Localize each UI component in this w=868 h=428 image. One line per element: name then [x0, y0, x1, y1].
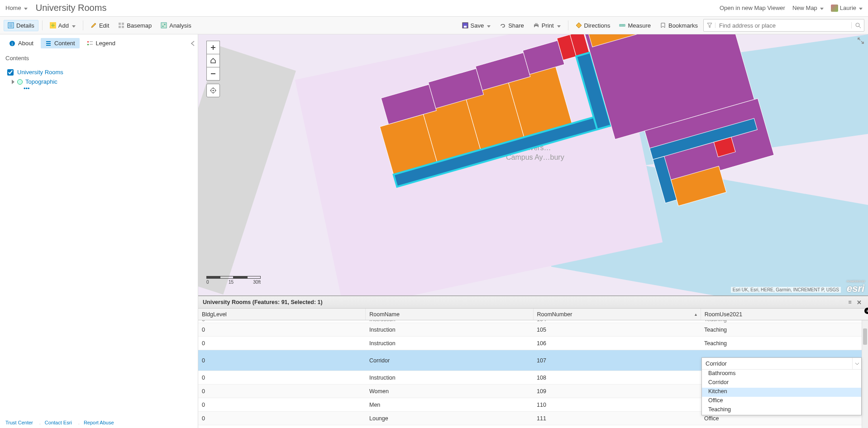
col-roomname[interactable]: RoomName	[366, 309, 533, 320]
tab-content[interactable]: Content	[41, 38, 80, 48]
esri-logo: POWERED BYesri	[847, 280, 865, 295]
table-scrollbar[interactable]	[862, 320, 868, 428]
svg-rect-10	[122, 26, 124, 28]
dropdown-option[interactable]: Bathrooms	[702, 370, 861, 379]
avatar	[831, 5, 838, 12]
tab-about[interactable]: i About	[5, 38, 38, 48]
directions-button[interactable]: Directions	[572, 20, 614, 31]
zoom-in-button[interactable]	[206, 41, 220, 54]
dropdown-option[interactable]: Teaching	[702, 406, 861, 415]
collapse-panel-button[interactable]	[191, 41, 195, 46]
svg-rect-17	[535, 23, 538, 24]
table-cell: 0	[198, 320, 366, 323]
svg-rect-18	[535, 26, 538, 28]
chevron-down-icon	[858, 5, 863, 11]
bookmarks-button[interactable]: Bookmarks	[656, 20, 701, 31]
table-cell: 0	[198, 388, 366, 395]
search-filter-button[interactable]	[704, 23, 715, 28]
layer-checkbox[interactable]	[7, 69, 14, 76]
print-button[interactable]: Print	[529, 20, 564, 31]
basemap-button[interactable]: Basemap	[114, 20, 155, 31]
layer-topographic[interactable]: Topographic	[5, 78, 192, 85]
svg-rect-11	[161, 23, 167, 28]
expand-map-button[interactable]	[857, 37, 865, 45]
details-button[interactable]: Details	[4, 20, 38, 31]
legend-icon	[87, 40, 93, 47]
svg-line-24	[859, 26, 861, 28]
table-close-button[interactable]: ✕	[854, 299, 863, 306]
roomuse-dropdown[interactable]: CorridorBathroomsCorridorKitchenOfficeTe…	[701, 357, 862, 415]
table-cell: 0	[198, 340, 366, 347]
search-input[interactable]	[715, 19, 851, 31]
table-cell: Lounge	[366, 415, 533, 422]
map-view[interactable]: …ckingham… Univers… Campus Ay…bury	[198, 34, 868, 296]
table-cell: 109	[533, 388, 701, 395]
contact-esri-link[interactable]: Contact Esri	[45, 420, 72, 425]
table-cell: Women	[366, 388, 533, 395]
svg-point-12	[162, 26, 164, 27]
analysis-button[interactable]: Analysis	[157, 20, 195, 31]
info-icon: i	[9, 40, 15, 47]
table-cell: Instruction	[366, 327, 533, 333]
edit-button[interactable]: Edit	[87, 20, 113, 31]
table-cell: Instruction	[366, 320, 533, 323]
add-field-button[interactable]: +	[864, 308, 868, 314]
open-new-viewer-link[interactable]: Open in new Map Viewer	[720, 5, 785, 11]
layer-more-button[interactable]: •••	[5, 85, 192, 92]
dropdown-selected[interactable]: Corridor	[702, 358, 861, 370]
attribute-table: University Rooms (Features: 91, Selected…	[198, 296, 868, 428]
table-row[interactable]: 0Instruction105Teaching	[198, 323, 868, 337]
caret-right-icon	[12, 80, 14, 84]
user-menu[interactable]: Laurie	[831, 5, 863, 12]
map-title: University Rooms	[36, 3, 107, 13]
zoom-out-button[interactable]	[206, 67, 220, 81]
dropdown-option[interactable]: Corridor	[702, 379, 861, 388]
home-link[interactable]: Home	[5, 5, 28, 11]
dropdown-option[interactable]: Office	[702, 397, 861, 406]
search-box	[703, 19, 864, 32]
table-cell: Teaching	[701, 320, 868, 323]
table-row[interactable]: 0Instruction106Teaching	[198, 337, 868, 350]
table-cell: Men	[366, 402, 533, 408]
save-button[interactable]: Save	[458, 20, 495, 31]
measure-button[interactable]: Measure	[615, 20, 654, 31]
add-button[interactable]: Add	[46, 20, 79, 31]
bookmark-icon	[660, 22, 666, 29]
col-roomnumber[interactable]: RoomNumber▴	[534, 309, 701, 320]
locate-button[interactable]	[206, 84, 220, 97]
table-cell: 108	[533, 375, 701, 381]
svg-rect-31	[87, 44, 89, 45]
new-map-link[interactable]: New Map	[792, 5, 824, 11]
table-cell: Instruction	[366, 340, 533, 347]
layer-university-rooms[interactable]: University Rooms	[5, 66, 192, 78]
table-options-button[interactable]: ≡	[845, 299, 854, 305]
report-abuse-link[interactable]: Report Abuse	[84, 420, 114, 425]
table-cell: Office	[701, 415, 868, 422]
trust-center-link[interactable]: Trust Center	[5, 420, 33, 425]
svg-point-13	[164, 24, 166, 25]
table-cell: Teaching	[701, 327, 868, 333]
dropdown-option[interactable]: Kitchen	[702, 388, 861, 397]
link-icon	[500, 22, 506, 29]
save-icon	[462, 22, 468, 29]
pencil-icon	[91, 22, 97, 29]
contents-heading: Contents	[0, 52, 198, 64]
table-cell: 110	[533, 402, 701, 408]
table-title: University Rooms (Features: 91, Selected…	[203, 299, 323, 305]
sort-asc-icon: ▴	[695, 312, 697, 317]
search-submit-button[interactable]	[851, 22, 864, 29]
share-button[interactable]: Share	[496, 20, 528, 31]
basemap-canvas: …ckingham… Univers… Campus Ay…bury	[198, 34, 868, 295]
col-roomuse2021[interactable]: RoomUse2021+	[701, 309, 868, 320]
home-extent-button[interactable]	[206, 54, 220, 67]
add-icon	[50, 22, 56, 29]
col-bldglevel[interactable]: BldgLevel	[198, 309, 366, 320]
table-header: BldgLevel RoomName RoomNumber▴ RoomUse20…	[198, 309, 868, 320]
basemap-swatch-icon	[17, 79, 23, 85]
table-cell: 0	[198, 415, 366, 422]
side-footer: Trust Center. Contact Esri. Report Abuse	[0, 417, 198, 428]
table-cell: 0	[198, 375, 366, 381]
tab-legend[interactable]: Legend	[82, 38, 120, 48]
svg-rect-41	[523, 41, 564, 75]
table-cell: Corridor	[366, 357, 533, 364]
